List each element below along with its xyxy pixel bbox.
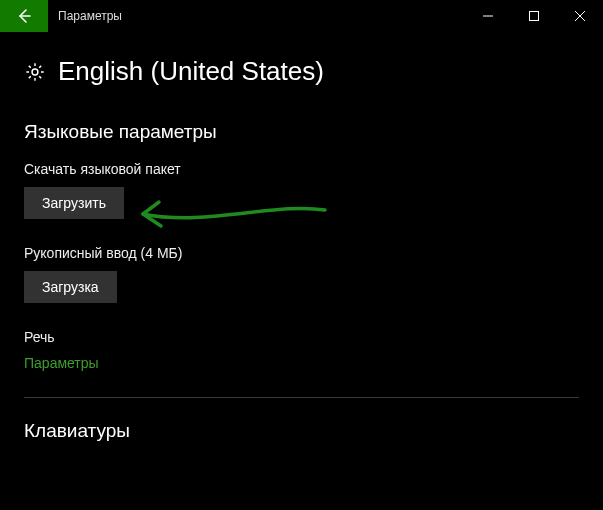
download-pack-button[interactable]: Загрузить	[24, 187, 124, 219]
gear-icon	[24, 61, 46, 83]
handwriting-block: Рукописный ввод (4 МБ) Загрузка	[24, 245, 579, 303]
back-arrow-icon	[15, 7, 33, 25]
titlebar: Параметры	[0, 0, 603, 32]
page-title-text: English (United States)	[58, 56, 324, 87]
speech-settings-link[interactable]: Параметры	[24, 355, 579, 371]
page-title: English (United States)	[24, 56, 579, 87]
section-header-language: Языковые параметры	[24, 121, 579, 143]
close-button[interactable]	[557, 0, 603, 32]
section-divider	[24, 397, 579, 398]
speech-block: Речь Параметры	[24, 329, 579, 371]
svg-rect-2	[530, 12, 539, 21]
window-title: Параметры	[48, 0, 132, 32]
download-pack-label: Скачать языковой пакет	[24, 161, 579, 177]
back-button[interactable]	[0, 0, 48, 32]
maximize-icon	[529, 11, 539, 21]
handwriting-button[interactable]: Загрузка	[24, 271, 117, 303]
section-header-keyboards: Клавиатуры	[24, 420, 579, 442]
maximize-button[interactable]	[511, 0, 557, 32]
speech-label: Речь	[24, 329, 579, 345]
minimize-button[interactable]	[465, 0, 511, 32]
handwriting-label: Рукописный ввод (4 МБ)	[24, 245, 579, 261]
download-language-pack-block: Скачать языковой пакет Загрузить	[24, 161, 579, 219]
close-icon	[575, 11, 585, 21]
content-area: English (United States) Языковые парамет…	[0, 32, 603, 442]
svg-point-5	[32, 69, 38, 75]
minimize-icon	[483, 11, 493, 21]
